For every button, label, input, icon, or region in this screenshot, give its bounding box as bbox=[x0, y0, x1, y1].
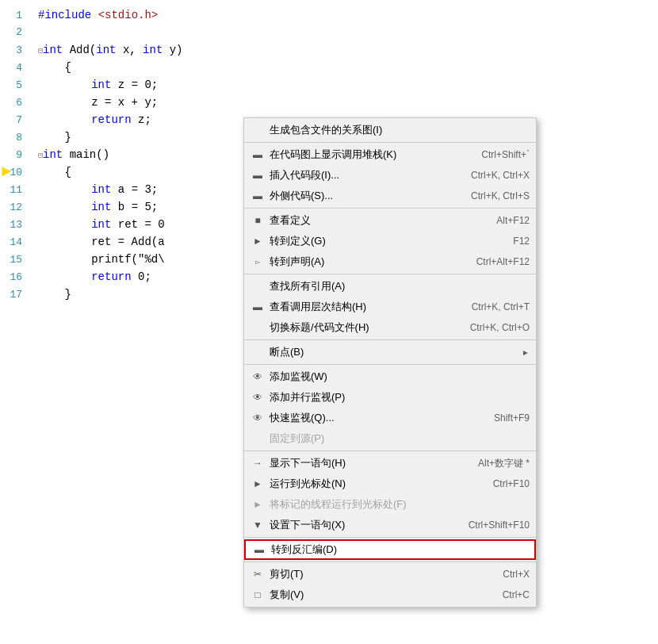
menu-item-toggle-header[interactable]: 切换标题/代码文件(H) Ctrl+K, Ctrl+O bbox=[244, 317, 536, 338]
line-content-9: ⊟int main() bbox=[32, 146, 109, 165]
menu-separator-7 bbox=[244, 537, 536, 538]
line-number-15: 15 bbox=[0, 251, 32, 269]
menu-item-copy[interactable]: □ 复制(V) Ctrl+C bbox=[244, 585, 536, 605]
menu-item-run-to-cursor[interactable]: ► 运行到光标处(N) Ctrl+F10 bbox=[244, 473, 536, 494]
line-number-6: 6 bbox=[0, 94, 32, 112]
menu-item-call-hierarchy-shortcut: Ctrl+K, Ctrl+T bbox=[456, 301, 530, 312]
menu-item-add-parallel-watch-label: 添加并行监视(P) bbox=[270, 390, 514, 404]
line-number-11: 11 bbox=[0, 182, 32, 199]
menu-item-peek-definition-label: 查看定义 bbox=[270, 213, 480, 228]
menu-item-surround-with-label: 外侧代码(S)... bbox=[270, 189, 455, 203]
line-number-8: 8 bbox=[0, 129, 32, 147]
line-number-4: 4 bbox=[0, 59, 32, 77]
menu-item-show-next-stmt-label: 显示下一语句(H) bbox=[270, 456, 462, 470]
menu-item-goto-disassembly-label: 转到反汇编(D) bbox=[271, 542, 512, 557]
line-content-4: { bbox=[32, 59, 71, 76]
line-content-6: z = x + y; bbox=[32, 94, 158, 111]
menu-item-set-next-stmt-shortcut: Ctrl+Shift+F10 bbox=[453, 519, 530, 531]
menu-item-goto-definition-shortcut: F12 bbox=[497, 236, 530, 247]
code-line-3: 3 ⊟int Add(int x, int y) bbox=[0, 41, 658, 59]
code-line-2: 2 bbox=[0, 24, 658, 41]
menu-item-quick-watch-shortcut: Shift+F9 bbox=[478, 412, 530, 424]
snippet-icon: ▬ bbox=[251, 170, 265, 181]
menu-item-cut[interactable]: ✂ 剪切(T) Ctrl+X bbox=[244, 564, 536, 585]
menu-item-goto-definition[interactable]: ► 转到定义(G) F12 bbox=[244, 231, 536, 251]
set-next-stmt-icon: ▼ bbox=[251, 519, 265, 531]
line-number-9: 9 bbox=[0, 147, 32, 164]
goto-definition-icon: ► bbox=[251, 236, 265, 247]
menu-separator-8 bbox=[244, 562, 536, 562]
line-number-17: 17 bbox=[0, 286, 32, 304]
menu-item-breakpoint-label: 断点(B) bbox=[270, 345, 522, 359]
code-line-5: 5 int z = 0; bbox=[0, 76, 658, 94]
menu-item-cut-label: 剪切(T) bbox=[270, 567, 487, 581]
code-line-1: 1 #include <stdio.h> bbox=[0, 6, 658, 24]
arrow-indicator: ► bbox=[2, 163, 11, 181]
line-content-8: } bbox=[32, 128, 71, 146]
menu-item-generate-relation[interactable]: 生成包含文件的关系图(I) bbox=[244, 120, 536, 140]
surround-icon: ▬ bbox=[251, 190, 265, 201]
line-content-5: int z = 0; bbox=[32, 76, 158, 94]
cut-icon: ✂ bbox=[251, 569, 265, 580]
line-number-12: 12 bbox=[0, 199, 32, 217]
menu-item-breakpoint[interactable]: 断点(B) ► bbox=[244, 342, 536, 362]
menu-item-set-next-stmt[interactable]: ▼ 设置下一语句(X) Ctrl+Shift+F10 bbox=[244, 515, 536, 535]
breakpoint-arrow-icon: ► bbox=[522, 348, 530, 357]
menu-item-goto-definition-label: 转到定义(G) bbox=[270, 234, 497, 248]
line-number-1: 1 bbox=[0, 7, 32, 25]
menu-item-call-hierarchy[interactable]: ▬ 查看调用层次结构(H) Ctrl+K, Ctrl+T bbox=[244, 297, 536, 317]
line-content-14: ret = Add(a bbox=[32, 233, 165, 251]
run-to-cursor-icon: ► bbox=[251, 478, 265, 489]
menu-item-pin-to-source-label: 固定到源(P) bbox=[270, 431, 514, 446]
menu-item-surround-with[interactable]: ▬ 外侧代码(S)... Ctrl+K, Ctrl+S bbox=[244, 186, 536, 206]
menu-item-find-all-refs[interactable]: 查找所有引用(A) bbox=[244, 276, 536, 297]
menu-item-peek-definition-shortcut: Alt+F12 bbox=[480, 215, 530, 226]
menu-item-find-all-refs-label: 查找所有引用(A) bbox=[270, 279, 514, 293]
menu-item-show-call-stack-label: 在代码图上显示调用堆栈(K) bbox=[270, 148, 465, 162]
menu-item-goto-declaration-label: 转到声明(A) bbox=[270, 255, 461, 269]
menu-item-add-parallel-watch[interactable]: 👁 添加并行监视(P) bbox=[244, 387, 536, 408]
menu-item-cut-shortcut: Ctrl+X bbox=[487, 569, 530, 580]
menu-item-insert-snippet-label: 插入代码段(I)... bbox=[270, 168, 455, 182]
line-content-11: int a = 3; bbox=[32, 181, 158, 198]
menu-item-toggle-header-label: 切换标题/代码文件(H) bbox=[270, 320, 454, 335]
menu-item-quick-watch-label: 快速监视(Q)... bbox=[270, 411, 478, 425]
menu-item-quick-watch[interactable]: 👁 快速监视(Q)... Shift+F9 bbox=[244, 408, 536, 428]
menu-item-show-call-stack[interactable]: ▬ 在代码图上显示调用堆栈(K) Ctrl+Shift+` bbox=[244, 144, 536, 165]
line-content-7: return z; bbox=[32, 111, 151, 128]
menu-separator-3 bbox=[244, 274, 536, 274]
line-content-3: ⊟int Add(int x, int y) bbox=[32, 41, 183, 60]
line-content-13: int ret = 0 bbox=[32, 216, 165, 233]
menu-item-add-watch[interactable]: 👁 添加监视(W) bbox=[244, 366, 536, 387]
copy-icon: □ bbox=[251, 589, 265, 600]
menu-item-copy-label: 复制(V) bbox=[270, 588, 487, 602]
callstack-icon: ▬ bbox=[251, 149, 265, 160]
line-number-16: 16 bbox=[0, 269, 32, 286]
menu-item-toggle-header-shortcut: Ctrl+K, Ctrl+O bbox=[454, 322, 530, 333]
line-number-14: 14 bbox=[0, 234, 32, 251]
goto-declaration-icon: ▻ bbox=[251, 259, 265, 266]
line-number-13: 13 bbox=[0, 217, 32, 234]
show-next-stmt-icon: → bbox=[251, 458, 265, 469]
menu-item-run-to-cursor-shortcut: Ctrl+F10 bbox=[477, 478, 530, 489]
menu-item-goto-disassembly[interactable]: ▬ 转到反汇编(D) bbox=[244, 539, 536, 560]
menu-item-peek-definition[interactable]: ■ 查看定义 Alt+F12 bbox=[244, 210, 536, 231]
menu-item-call-hierarchy-label: 查看调用层次结构(H) bbox=[270, 300, 456, 314]
menu-item-surround-with-shortcut: Ctrl+K, Ctrl+S bbox=[455, 190, 530, 201]
line-content-17: } bbox=[32, 286, 71, 303]
call-hierarchy-icon: ▬ bbox=[251, 301, 265, 312]
quick-watch-icon: 👁 bbox=[251, 412, 265, 424]
menu-separator-6 bbox=[244, 450, 536, 451]
line-content-15: printf("%d\ bbox=[32, 251, 165, 268]
add-parallel-watch-icon: 👁 bbox=[251, 392, 265, 403]
line-number-5: 5 bbox=[0, 77, 32, 94]
menu-item-insert-snippet[interactable]: ▬ 插入代码段(I)... Ctrl+K, Ctrl+X bbox=[244, 165, 536, 186]
menu-item-pin-to-source: 固定到源(P) bbox=[244, 428, 536, 449]
line-content-10: { bbox=[32, 163, 71, 181]
line-number-3: 3 bbox=[0, 42, 32, 59]
menu-item-show-next-stmt[interactable]: → 显示下一语句(H) Alt+数字键 * bbox=[244, 453, 536, 473]
line-content-12: int b = 5; bbox=[32, 198, 158, 216]
code-line-4: 4 { bbox=[0, 59, 658, 76]
menu-item-goto-declaration[interactable]: ▻ 转到声明(A) Ctrl+Alt+F12 bbox=[244, 251, 536, 272]
line-content-16: return 0; bbox=[32, 268, 151, 286]
